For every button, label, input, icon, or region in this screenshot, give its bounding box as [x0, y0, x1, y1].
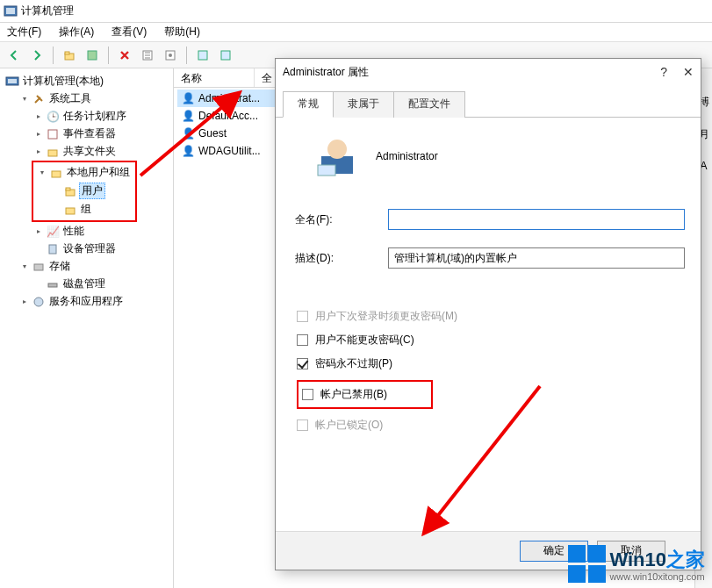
checkbox-icon: [297, 311, 308, 322]
share-icon: [46, 145, 60, 159]
checkbox-icon[interactable]: [302, 389, 313, 400]
dialog-tabs: 常规 隶属于 配置文件: [276, 85, 701, 118]
refresh-icon[interactable]: [137, 45, 158, 66]
svg-rect-19: [34, 264, 43, 270]
fullname-input[interactable]: [388, 209, 685, 230]
tree-storage[interactable]: ▾存储: [18, 258, 171, 275]
help-icon[interactable]: [192, 45, 213, 66]
dialog-titlebar: Administrator 属性 ? ✕: [276, 59, 701, 85]
tree-system-tools[interactable]: ▾ 系统工具: [18, 90, 171, 107]
tree-root[interactable]: 计算机管理(本地): [4, 73, 171, 90]
nav-tree[interactable]: 计算机管理(本地) ▾ 系统工具 ▸🕒任务计划程序 ▸事件查看器 ▸共享文件夹: [0, 68, 174, 588]
properties-icon[interactable]: [160, 45, 181, 66]
perf-icon: 📈: [46, 225, 60, 239]
users-folder-icon: [49, 166, 63, 180]
description-input[interactable]: [388, 247, 685, 269]
event-icon: [46, 127, 60, 141]
list-icon[interactable]: [215, 45, 236, 66]
svg-rect-14: [52, 171, 61, 177]
chevron-down-icon[interactable]: ▾: [19, 94, 30, 104]
tools-icon: [32, 92, 46, 106]
delete-icon[interactable]: [114, 45, 135, 66]
chevron-right-icon[interactable]: ▸: [33, 111, 44, 122]
chevron-right-icon[interactable]: ▸: [19, 297, 30, 307]
tree-local-users-groups[interactable]: ▾本地用户和组: [35, 164, 133, 181]
user-icon: 👤: [181, 144, 195, 158]
tree-services[interactable]: ▸服务和应用程序: [18, 293, 171, 310]
tree-event-viewer[interactable]: ▸事件查看器: [32, 125, 171, 142]
main-titlebar: 计算机管理: [0, 0, 712, 23]
svg-rect-13: [48, 150, 57, 156]
checkbox-cannot-change[interactable]: 用户不能更改密码(C): [297, 333, 685, 348]
up-icon[interactable]: [59, 45, 80, 66]
help-button[interactable]: ?: [660, 65, 667, 79]
col-name[interactable]: 名称: [174, 68, 255, 87]
menu-view[interactable]: 查看(V): [108, 23, 150, 41]
svg-rect-12: [48, 130, 57, 139]
chevron-right-icon[interactable]: ▸: [33, 147, 44, 157]
fullname-label: 全名(F):: [291, 212, 372, 227]
svg-rect-9: [221, 51, 230, 60]
menu-help[interactable]: 帮助(H): [161, 23, 204, 41]
menubar: 文件(F) 操作(A) 查看(V) 帮助(H): [0, 23, 712, 42]
chevron-down-icon[interactable]: ▾: [19, 262, 30, 272]
tree-device-manager[interactable]: 设备管理器: [32, 240, 171, 257]
tree-disk-mgmt[interactable]: 磁盘管理: [32, 276, 171, 292]
svg-rect-17: [66, 208, 75, 214]
highlight-account-disabled: 帐户已禁用(B): [297, 380, 433, 409]
checkbox-checked-icon[interactable]: [297, 358, 308, 369]
tree-groups[interactable]: 组: [49, 201, 133, 218]
menu-file[interactable]: 文件(F): [4, 23, 45, 41]
computer-icon: [5, 75, 19, 89]
tree-users[interactable]: 用户: [49, 182, 133, 200]
close-button[interactable]: ✕: [683, 65, 694, 79]
dialog-username: Administrator: [376, 150, 438, 162]
svg-rect-8: [198, 51, 207, 60]
disk-icon: [46, 277, 60, 291]
svg-rect-1: [6, 8, 15, 14]
win10-logo-icon: [568, 545, 606, 583]
svg-rect-4: [88, 51, 97, 60]
window-title: 计算机管理: [21, 4, 74, 18]
checkbox-change-next-logon: 用户下次登录时须更改密码(M): [297, 309, 685, 324]
properties-dialog: Administrator 属性 ? ✕ 常规 隶属于 配置文件 Adminis…: [275, 58, 701, 570]
menu-action[interactable]: 操作(A): [55, 23, 97, 41]
show-icon[interactable]: [82, 45, 103, 66]
checkbox-icon: [297, 419, 308, 431]
tab-member-of[interactable]: 隶属于: [333, 91, 394, 118]
tree-task-scheduler[interactable]: ▸🕒任务计划程序: [32, 108, 171, 125]
back-icon[interactable]: [4, 45, 25, 66]
svg-rect-11: [8, 79, 17, 83]
svg-point-21: [34, 298, 43, 306]
chevron-down-icon[interactable]: ▾: [37, 168, 47, 178]
svg-rect-18: [49, 245, 56, 254]
forward-icon[interactable]: [26, 45, 47, 66]
app-icon: [4, 4, 18, 18]
tree-performance[interactable]: ▸📈性能: [32, 223, 171, 240]
checkbox-account-disabled-row[interactable]: 帐户已禁用(B): [297, 380, 685, 409]
dialog-title: Administrator 属性: [283, 65, 369, 80]
svg-rect-25: [318, 165, 335, 176]
tab-general[interactable]: 常规: [283, 91, 334, 118]
highlight-local-users: ▾本地用户和组 用户 组: [32, 161, 137, 222]
folder-icon: [63, 203, 77, 217]
user-large-icon: [316, 135, 358, 177]
svg-rect-3: [65, 52, 69, 54]
chevron-right-icon[interactable]: ▸: [33, 129, 44, 140]
checkbox-account-locked: 帐户已锁定(O): [297, 418, 685, 433]
device-icon: [46, 242, 60, 256]
svg-point-7: [169, 54, 172, 57]
checkbox-icon[interactable]: [297, 334, 308, 346]
tab-profile[interactable]: 配置文件: [393, 91, 465, 118]
svg-point-23: [327, 140, 347, 159]
tree-shared-folders[interactable]: ▸共享文件夹: [32, 143, 171, 160]
storage-icon: [32, 260, 46, 274]
svg-rect-16: [66, 188, 70, 190]
chevron-right-icon[interactable]: ▸: [33, 226, 44, 237]
watermark: Win10之家 www.win10xitong.com: [568, 545, 705, 583]
clock-icon: 🕒: [46, 110, 60, 124]
user-icon: 👤: [181, 91, 195, 105]
checkbox-never-expire[interactable]: 密码永不过期(P): [297, 356, 685, 371]
dialog-body: Administrator 全名(F): 描述(D): 用户下次登录时须更改密码…: [276, 118, 701, 531]
folder-open-icon: [63, 184, 77, 198]
